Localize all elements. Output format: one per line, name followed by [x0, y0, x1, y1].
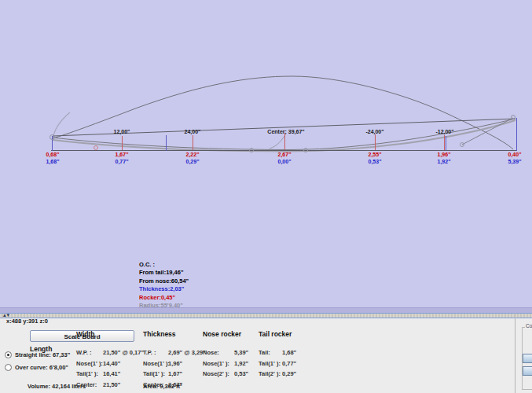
thickness-row: Nose(1' ):1,96": [143, 358, 206, 369]
thickness-row: T.P. :2,69" @ 3,29": [143, 347, 206, 358]
radio-unselected-icon: [5, 364, 12, 371]
oc-from-nose: From nose:60,54": [139, 277, 189, 285]
tail-rocker-2ft-value: 0,29": [282, 370, 296, 377]
oc-title: O.C. :: [139, 261, 189, 269]
board-profile-drawing: [0, 0, 532, 307]
center-guide-curve: [270, 134, 286, 149]
width-row: Center:21,50": [76, 380, 144, 391]
width-tail1-value: 16,41": [103, 370, 120, 377]
station-thickness-value: 1,67": [116, 152, 129, 157]
cursor-coordinates: x:488 y:391 z:0: [6, 318, 48, 325]
station-thickness-value: 2,55": [369, 152, 382, 157]
right-panel-button[interactable]: [523, 366, 532, 376]
right-groupbox-label: Com: [525, 323, 532, 329]
tail-rocker-heading: Tail rocker: [259, 330, 292, 338]
station-rocker-value: 0,29": [186, 159, 200, 164]
station-rocker-value: 1,92": [438, 159, 451, 164]
station-rocker-value: 0,53": [369, 159, 382, 164]
over-curve-label: Over curve: 6'8,00": [15, 364, 68, 371]
station-label: 12,00": [114, 129, 130, 134]
thickness-tp-value: 2,69" @ 3,29": [168, 349, 206, 356]
width-nose1-value: 14,40": [103, 360, 120, 367]
station-rocker-value: 5,39": [508, 159, 522, 164]
tail-rocker-value: 1,68": [282, 349, 296, 356]
canvas-bottom-strip: [0, 307, 532, 313]
panel-divider: [515, 313, 515, 393]
tail-outline-curve: [53, 112, 70, 141]
station-rocker-value: 1,68": [46, 159, 60, 164]
nose-rocker-2ft-value: 0,53": [234, 370, 248, 377]
tail-rocker-row: Tail(1' ):0,77": [259, 358, 296, 369]
thickness-heading: Thickness: [143, 330, 176, 338]
nose-rocker-row: Nose(1' ):1,92": [203, 358, 248, 369]
nose-rocker-value: 5,39": [234, 349, 248, 356]
station-label: -12,00": [435, 129, 453, 134]
control-point[interactable]: [94, 146, 98, 150]
station-thickness-value: 0,40": [508, 152, 522, 157]
width-row: Nose(1' ):14,40": [76, 358, 144, 369]
width-heading: Width: [76, 330, 95, 338]
nose-rocker-heading: Nose rocker: [203, 330, 241, 338]
straight-line-label: Straight line: 67,33": [15, 351, 70, 358]
thickness-nose1-value: 1,96": [168, 360, 182, 367]
width-center-value: 21,50": [103, 381, 120, 388]
thickness-row: Tail(1' ):1,67": [143, 369, 206, 380]
tail-rocker-row: Tail(2' ):0,29": [259, 369, 296, 380]
nose-rocker-row: Nose(2' ):0,53": [203, 369, 248, 380]
station-thickness-value: 0,68": [46, 152, 60, 157]
station-rocker-value: 0,00": [278, 159, 292, 164]
nose-rocker-1ft-value: 1,92": [234, 360, 248, 367]
oc-rocker: Rocker:0,45": [139, 294, 189, 302]
oc-from-tail: From tail:19,46": [139, 269, 189, 277]
station-thickness-value: 2,67": [278, 152, 292, 157]
radio-straight-line[interactable]: Straight line: 67,33": [5, 351, 70, 358]
right-panel-button[interactable]: [523, 354, 532, 363]
radio-selected-icon: [5, 351, 12, 358]
station-thickness-value: 2,22": [186, 152, 200, 157]
width-row: W.P. :21,50" @ 0,17": [76, 347, 144, 358]
nose-control-handle: [462, 118, 513, 145]
station-thickness-value: 1,96": [438, 152, 451, 157]
radio-over-curve[interactable]: Over curve: 6'8,00": [5, 364, 68, 371]
oc-info-block: O.C. : From tail:19,46" From nose:60,54"…: [139, 261, 189, 307]
area-value: Area: 9,302 ft²: [143, 383, 182, 390]
station-label: -24,00": [365, 129, 383, 134]
station-rocker-value: 0,77": [116, 159, 129, 164]
width-row: Tail(1' ):16,41": [76, 369, 144, 380]
station-label: 24,00": [185, 129, 201, 134]
station-label-center: Center: 39,67": [267, 129, 304, 134]
width-wp-value: 21,50" @ 0,17": [103, 349, 144, 356]
nose-rocker-row: Nose:5,39": [203, 347, 248, 358]
tail-rocker-row: Tail:1,68": [259, 347, 296, 358]
thickness-tail1-value: 1,67": [168, 370, 182, 377]
oc-thickness: Thickness:2,03": [139, 285, 189, 293]
horizontal-splitter[interactable]: ▴▾: [0, 313, 532, 318]
tail-rocker-1ft-value: 0,77": [282, 360, 296, 367]
design-canvas[interactable]: 12,00" 24,00" Center: 39,67" -24,00" -12…: [0, 0, 532, 307]
oc-radius: Radius:55'9,40": [139, 302, 189, 307]
